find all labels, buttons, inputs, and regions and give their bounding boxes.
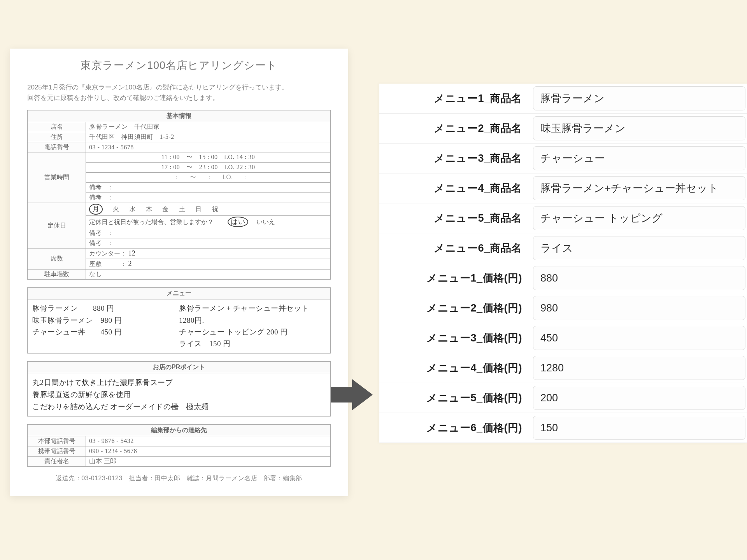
day-wed: 水	[129, 206, 135, 212]
field-value[interactable]: 880	[533, 266, 745, 290]
contact-header: 編集部からの連絡先	[28, 424, 331, 436]
hours-label: 営業時間	[28, 152, 86, 203]
person-label: 責任者名	[28, 456, 86, 466]
holiday-q: 定休日と祝日が被った場合、営業しますか？	[89, 219, 214, 225]
day-sat: 土	[179, 206, 185, 212]
field-value[interactable]: 200	[533, 386, 745, 410]
field-value[interactable]: 150	[533, 416, 745, 440]
field-label: メニュー5_価格(円)	[379, 391, 533, 405]
tel-value: 03 - 1234 - 5678	[86, 142, 331, 152]
intro-line-2: 回答を元に原稿をお作りし、改めて確認のご連絡をいたします。	[27, 93, 331, 103]
tel-label: 電話番号	[28, 142, 86, 152]
field-value[interactable]: ライス	[533, 236, 745, 260]
arrow-icon	[331, 377, 374, 412]
day-hol: 祝	[212, 206, 218, 212]
day-tue: 火	[113, 206, 119, 212]
field-label: メニュー2_商品名	[379, 121, 533, 135]
day-sun: 日	[195, 206, 202, 212]
holiday-bikou-2: 備考	[89, 240, 102, 246]
footer-line: 返送先：03-0123-0123 担当者：田中太郎 雑誌：月間ラーメン名店 部署…	[27, 474, 331, 483]
pr-3b: 極太麺	[179, 402, 209, 411]
seats-label: 席数	[28, 248, 86, 270]
day-thu: 木	[146, 206, 152, 212]
menu-r1: 豚骨ラーメン + チャーシュー丼セット 1280円.	[179, 303, 326, 326]
yes-circled: はい	[228, 217, 248, 227]
field-label: メニュー4_価格(円)	[379, 361, 533, 375]
data-row: メニュー2_価格(円)980	[379, 293, 747, 323]
menu-r3: ライス 150 円	[179, 338, 326, 350]
menu-l2: 味玉豚骨ラーメン 980 円	[32, 315, 179, 326]
data-row: メニュー6_商品名ライス	[379, 233, 747, 263]
data-row: メニュー5_価格(円)200	[379, 383, 747, 413]
data-row: メニュー1_価格(円)880	[379, 263, 747, 293]
hours-3: : 〜 : LO. :	[86, 173, 331, 183]
hours-1: 11 : 00 〜 15 : 00 LO. 14 : 30	[86, 152, 331, 163]
day-mon-circled: 月	[89, 204, 103, 214]
hours-2: 17 : 00 〜 23 : 00 LO. 22 : 30	[86, 163, 331, 173]
field-label: メニュー1_価格(円)	[379, 271, 533, 285]
holiday-question-row: 定休日と祝日が被った場合、営業しますか？ はい いいえ	[86, 215, 331, 228]
counter-val: 12	[128, 249, 135, 257]
days-row: 月 火 水 木 金 土 日 祝	[86, 203, 331, 215]
pr-3: こだわりを詰め込んだ オーダーメイドの極 極太麺	[32, 401, 326, 413]
menu-l3: チャーシュー丼 450 円	[32, 326, 179, 338]
mobile-label: 携帯電話番号	[28, 446, 86, 456]
hearing-sheet: 東京ラーメン100名店ヒアリングシート 2025年1月発行の『東京ラーメン100…	[10, 49, 348, 496]
pr-3-strike: 極	[171, 402, 179, 411]
field-value[interactable]: 980	[533, 296, 745, 320]
sheet-title: 東京ラーメン100名店ヒアリングシート	[27, 58, 331, 72]
field-value[interactable]: 豚骨ラーメン	[533, 86, 745, 110]
shop-label: 店名	[28, 122, 86, 132]
hq-tel-label: 本部電話番号	[28, 436, 86, 446]
bikou-2: 備考	[89, 194, 102, 201]
field-label: メニュー3_価格(円)	[379, 331, 533, 345]
basic-info-table: 基本情報 店名 豚骨ラーメン 千代田家 住所 千代田区 神田須田町 1-5-2 …	[27, 110, 331, 280]
basic-header: 基本情報	[28, 110, 331, 122]
field-label: メニュー5_商品名	[379, 211, 533, 225]
addr-value: 千代田区 神田須田町 1-5-2	[86, 132, 331, 142]
mobile: 090 - 1234 - 5678	[86, 446, 331, 456]
pr-2: 養豚場直送の新鮮な豚を使用	[32, 388, 326, 401]
intro-text: 2025年1月発行の『東京ラーメン100名店』の製作にあたりヒアリングを行ってい…	[27, 82, 331, 103]
field-value[interactable]: 1280	[533, 356, 745, 380]
zaseki-label: 座敷 ：	[89, 261, 126, 267]
parking-val: なし	[86, 270, 331, 280]
data-row: メニュー4_商品名豚骨ラーメン+チャーシュー丼セット	[379, 173, 747, 203]
field-label: メニュー3_商品名	[379, 151, 533, 165]
field-label: メニュー6_価格(円)	[379, 421, 533, 435]
field-label: メニュー1_商品名	[379, 91, 533, 105]
data-row: メニュー2_商品名味玉豚骨ラーメン	[379, 114, 747, 144]
field-value[interactable]: チャーシュー	[533, 146, 745, 170]
intro-line-1: 2025年1月発行の『東京ラーメン100名店』の製作にあたりヒアリングを行ってい…	[27, 82, 331, 93]
hq-tel: 03 - 9876 - 5432	[86, 436, 331, 446]
bikou-1: 備考	[89, 184, 102, 191]
field-value[interactable]: 豚骨ラーメン+チャーシュー丼セット	[533, 176, 745, 200]
pr-3a: こだわりを詰め込んだ オーダーメイドの	[32, 402, 171, 411]
field-label: メニュー4_商品名	[379, 181, 533, 195]
menu-header: メニュー	[28, 288, 330, 299]
field-value[interactable]: チャーシュー トッピング	[533, 206, 745, 230]
person: 山本 三郎	[86, 456, 331, 466]
holiday-label: 定休日	[28, 203, 86, 248]
data-row: メニュー3_商品名チャーシュー	[379, 144, 747, 173]
menu-r2: チャーシュー トッピング 200 円	[179, 326, 326, 338]
menu-l1: 豚骨ラーメン 880 円	[32, 303, 179, 314]
pr-box: お店のPRポイント 丸2日間かけて炊き上げた濃厚豚骨スープ 養豚場直送の新鮮な豚…	[27, 361, 331, 416]
pr-1: 丸2日間かけて炊き上げた濃厚豚骨スープ	[32, 376, 326, 388]
field-value[interactable]: 450	[533, 326, 745, 350]
day-fri: 金	[162, 206, 168, 212]
extracted-data-panel: メニュー1_商品名豚骨ラーメン メニュー2_商品名味玉豚骨ラーメン メニュー3_…	[379, 84, 747, 443]
shop-value: 豚骨ラーメン 千代田家	[86, 122, 331, 132]
svg-marker-0	[331, 379, 373, 410]
data-row: メニュー4_価格(円)1280	[379, 353, 747, 383]
no-option: いいえ	[256, 219, 275, 225]
field-value[interactable]: 味玉豚骨ラーメン	[533, 116, 745, 140]
field-label: メニュー6_商品名	[379, 241, 533, 255]
parking-label: 駐車場数	[28, 270, 86, 280]
data-row: メニュー6_価格(円)150	[379, 413, 747, 443]
zaseki-val: 2	[128, 260, 132, 268]
data-row: メニュー3_価格(円)450	[379, 323, 747, 353]
holiday-bikou-1: 備考	[89, 229, 102, 236]
data-row: メニュー1_商品名豚骨ラーメン	[379, 84, 747, 114]
pr-header: お店のPRポイント	[28, 362, 330, 373]
